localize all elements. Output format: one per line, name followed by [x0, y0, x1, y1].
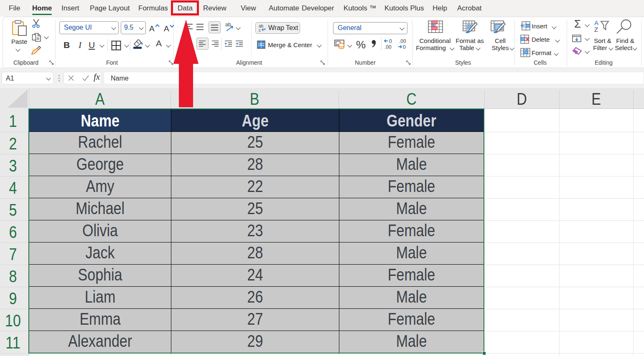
svg-text:0: 0 [389, 39, 392, 44]
svg-text:.00: .00 [399, 39, 406, 44]
svg-text:ab: ab [225, 22, 231, 28]
svg-text:Z: Z [594, 26, 598, 33]
svg-text:c: c [259, 28, 261, 32]
svg-text:.00: .00 [384, 44, 392, 50]
svg-text:A: A [594, 20, 598, 26]
